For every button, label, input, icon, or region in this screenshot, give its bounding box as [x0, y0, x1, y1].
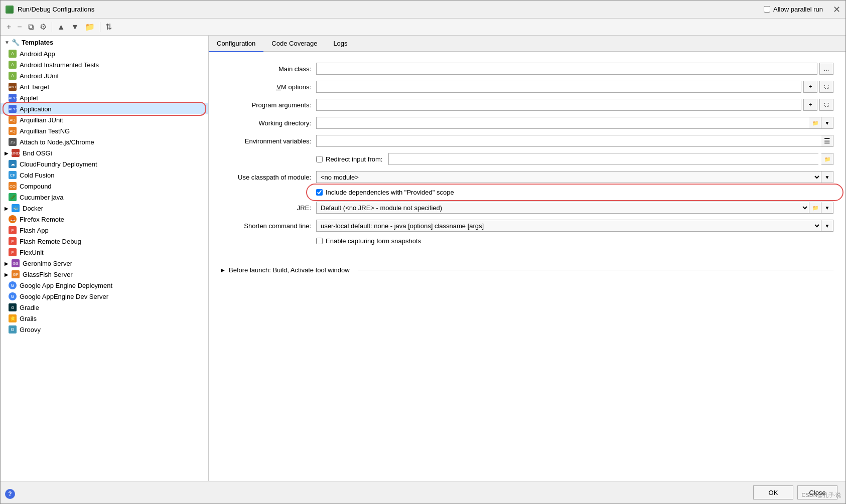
geronimo-expand-icon: ▶: [5, 261, 9, 266]
settings-button[interactable]: ⚙: [38, 21, 49, 33]
arquillian-junit-icon: AQ: [9, 116, 17, 124]
env-vars-input[interactable]: [316, 135, 821, 147]
sidebar-item-label: Groovy: [20, 326, 41, 333]
enable-snap-checkbox[interactable]: [316, 238, 323, 244]
vm-options-expand-button[interactable]: +: [803, 81, 817, 93]
ok-button[interactable]: OK: [753, 485, 793, 499]
sidebar-item-label: Google App Engine Deployment: [20, 282, 112, 289]
include-deps-checkbox[interactable]: [316, 189, 323, 196]
env-vars-label: Environment variables:: [221, 137, 316, 145]
ant-target-icon: ANT: [9, 83, 17, 91]
sidebar-item-compound[interactable]: CO Compound: [1, 181, 208, 192]
sidebar-item-cold-fusion[interactable]: CF Cold Fusion: [1, 170, 208, 181]
jre-browse-button[interactable]: 📁: [809, 202, 821, 214]
sidebar-item-android-app[interactable]: A Android App: [1, 48, 208, 59]
program-args-fullscreen-button[interactable]: ⛶: [819, 99, 833, 111]
shorten-label: Shorten command line:: [221, 222, 316, 230]
sidebar-item-cucumber-java[interactable]: 🥒 Cucumber java: [1, 192, 208, 203]
remove-config-button[interactable]: −: [15, 22, 24, 33]
tab-code-coverage[interactable]: Code Coverage: [263, 36, 325, 52]
sidebar-item-groovy[interactable]: G Groovy: [1, 324, 208, 335]
bottom-bar: OK Close: [1, 481, 845, 503]
move-to-folder-button[interactable]: 📁: [83, 21, 97, 33]
shorten-select[interactable]: user-local default: none - java [options…: [316, 220, 821, 232]
program-args-expand-button[interactable]: +: [803, 99, 817, 111]
sidebar-item-glassfish[interactable]: ▶ GF GlassFish Server: [1, 269, 208, 280]
before-launch-section[interactable]: ▶ Before launch: Build, Activate tool wi…: [221, 261, 833, 279]
sidebar-item-flexunit[interactable]: F FlexUnit: [1, 247, 208, 258]
working-dir-browse-button[interactable]: 📁: [809, 117, 821, 129]
jre-select[interactable]: Default (<no JRE> - module not specified…: [316, 202, 809, 214]
jre-select-row: Default (<no JRE> - module not specified…: [316, 202, 833, 214]
sidebar-item-label: Bnd OSGi: [23, 149, 52, 157]
vm-options-fullscreen-button[interactable]: ⛶: [819, 81, 833, 93]
main-class-input[interactable]: [316, 63, 817, 75]
classpath-select[interactable]: <no module>: [316, 171, 821, 183]
sidebar-item-grails[interactable]: 🌟 Grails: [1, 313, 208, 324]
redirect-input-row: Redirect input from: 📁: [221, 152, 833, 165]
classpath-dropdown-button[interactable]: ▼: [821, 171, 833, 183]
sidebar-item-label: Docker: [23, 205, 43, 212]
sidebar-item-application[interactable]: APP Application: [1, 103, 208, 114]
add-config-button[interactable]: +: [5, 22, 13, 33]
sidebar-item-label: Compound: [20, 183, 52, 190]
google-appengine-dev-icon: G: [9, 292, 17, 300]
program-args-input[interactable]: [316, 99, 801, 111]
parallel-run-label: Allow parallel run: [773, 6, 823, 13]
sort-button[interactable]: ⇅: [103, 21, 114, 33]
sidebar-item-flash-remote-debug[interactable]: F Flash Remote Debug: [1, 236, 208, 247]
help-icon[interactable]: ?: [5, 489, 15, 499]
arquillian-testng-icon: AQ: [9, 127, 17, 135]
enable-snap-label: Enable capturing form snapshots: [326, 237, 421, 245]
main-class-browse-button[interactable]: ...: [819, 63, 833, 75]
sidebar-item-applet[interactable]: APP Applet: [1, 92, 208, 103]
window-close-button[interactable]: ✕: [833, 4, 840, 15]
sidebar-item-android-junit[interactable]: A Android JUnit: [1, 70, 208, 81]
redirect-label-text: Redirect input from:: [326, 155, 382, 163]
sidebar-item-google-appengine-dev[interactable]: G Google AppEngine Dev Server: [1, 291, 208, 302]
sidebar-item-label: Android Instrumented Tests: [20, 61, 99, 69]
gradle-icon: G: [9, 303, 17, 311]
move-up-button[interactable]: ▲: [55, 22, 67, 33]
sidebar-item-label: Grails: [20, 315, 37, 322]
sidebar-item-arquillian-junit[interactable]: AQ Arquillian JUnit: [1, 114, 208, 125]
parallel-run-checkbox[interactable]: [764, 6, 770, 13]
move-down-button[interactable]: ▼: [69, 22, 81, 33]
sidebar-item-google-appengine-deploy[interactable]: G Google App Engine Deployment: [1, 280, 208, 291]
tab-configuration[interactable]: Configuration: [209, 36, 263, 52]
shorten-dropdown-button[interactable]: ▼: [821, 220, 833, 232]
sidebar-item-android-instrumented[interactable]: A Android Instrumented Tests: [1, 59, 208, 70]
cucumber-icon: 🥒: [9, 193, 17, 201]
window: Run/Debug Configurations Allow parallel …: [0, 0, 846, 504]
redirect-input[interactable]: [388, 153, 818, 165]
title-bar-left: Run/Debug Configurations: [6, 6, 94, 14]
templates-section-header[interactable]: ▼ 🔧 Templates: [1, 36, 208, 48]
sidebar-item-flash-app[interactable]: F Flash App: [1, 225, 208, 236]
sidebar-item-docker[interactable]: ▶ 🐳 Docker: [1, 203, 208, 214]
docker-icon: 🐳: [12, 204, 20, 212]
env-vars-edit-button[interactable]: ☰: [821, 135, 833, 147]
redirect-checkbox[interactable]: [316, 156, 323, 162]
before-launch-line: [358, 270, 833, 270]
copy-config-button[interactable]: ⧉: [26, 22, 36, 33]
working-dir-dropdown-button[interactable]: ▼: [821, 117, 833, 129]
sidebar-item-firefox-remote[interactable]: 🦊 Firefox Remote: [1, 214, 208, 225]
jre-row: JRE: Default (<no JRE> - module not spec…: [221, 201, 833, 214]
working-dir-input[interactable]: [316, 117, 809, 129]
bnd-icon: BND: [12, 149, 20, 157]
sidebar-item-attach-node[interactable]: JS Attach to Node.js/Chrome: [1, 136, 208, 147]
tab-logs[interactable]: Logs: [325, 36, 355, 52]
redirect-browse-button[interactable]: 📁: [821, 153, 833, 165]
vm-options-input[interactable]: [316, 81, 801, 93]
sidebar-item-geronimo[interactable]: ▶ GS Geronimo Server: [1, 258, 208, 269]
sidebar-item-cloudfoundry[interactable]: ☁ CloudFoundry Deployment: [1, 158, 208, 170]
sidebar-item-arquillian-testng[interactable]: AQ Arquillian TestNG: [1, 125, 208, 136]
sidebar-item-ant-target[interactable]: ANT Ant Target: [1, 81, 208, 92]
sidebar-item-label: Flash App: [20, 227, 49, 234]
right-panel: Configuration Code Coverage Logs Main cl…: [209, 36, 845, 481]
sidebar-item-label: Cucumber java: [20, 194, 63, 201]
sidebar-item-bnd-osgi[interactable]: ▶ BND Bnd OSGi: [1, 147, 208, 158]
jre-dropdown-button[interactable]: ▼: [821, 202, 833, 214]
sidebar-item-gradle[interactable]: G Gradle: [1, 302, 208, 313]
jre-label: JRE:: [221, 204, 316, 212]
